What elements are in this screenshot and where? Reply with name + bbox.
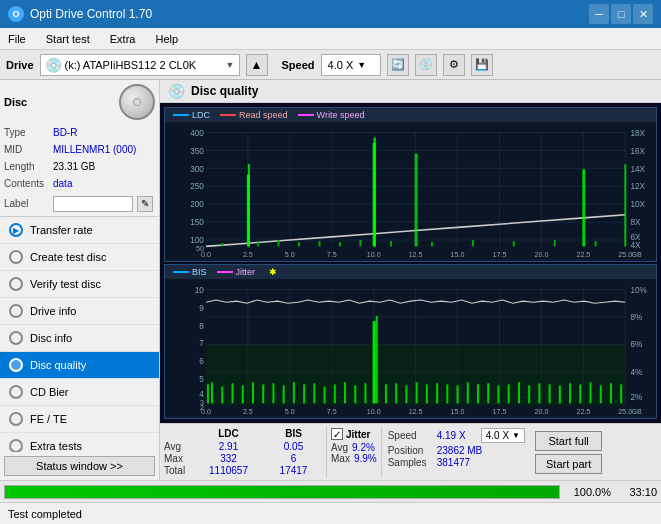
total-row: Total 1110657 17417	[164, 465, 326, 476]
status-window-button[interactable]: Status window >>	[4, 456, 155, 476]
start-full-button[interactable]: Start full	[535, 431, 602, 451]
nav-item-create-test-disc[interactable]: Create test disc	[0, 244, 159, 271]
menu-file[interactable]: File	[4, 32, 30, 46]
menu-starttest[interactable]: Start test	[42, 32, 94, 46]
mid-label: MID	[4, 141, 49, 158]
progress-track	[4, 485, 560, 499]
drive-info-icon	[8, 303, 24, 319]
svg-text:6: 6	[199, 356, 204, 366]
svg-text:250: 250	[190, 181, 204, 191]
legend-write-speed: Write speed	[298, 110, 365, 120]
svg-rect-98	[354, 385, 356, 403]
svg-rect-37	[595, 241, 597, 246]
eject-button[interactable]: ▲	[246, 54, 268, 76]
legend-write-speed-label: Write speed	[317, 110, 365, 120]
nav-item-transfer-rate[interactable]: ▶ Transfer rate	[0, 217, 159, 244]
svg-text:12.5: 12.5	[409, 250, 423, 259]
nav-item-cd-bier[interactable]: CD Bier	[0, 379, 159, 406]
svg-text:400: 400	[190, 128, 204, 138]
maximize-button[interactable]: □	[611, 4, 631, 24]
nav-item-verify-test-disc[interactable]: Verify test disc	[0, 271, 159, 298]
save-button[interactable]: 💾	[471, 54, 493, 76]
label-input[interactable]	[53, 196, 133, 212]
ldc-bis-stats: LDC BIS Avg 2.91 0.05 Max 332 6 Total 11…	[164, 426, 326, 478]
svg-rect-22	[415, 154, 418, 247]
status-text: Test completed	[8, 508, 82, 520]
svg-rect-24	[624, 164, 626, 246]
svg-text:10.0: 10.0	[367, 407, 381, 416]
speed-position-stats: Speed 4.19 X 4.0 X ▼ Position 23862 MB S…	[381, 426, 531, 478]
speed-select[interactable]: 4.0 X ▼	[321, 54, 381, 76]
settings-button[interactable]: ⚙	[443, 54, 465, 76]
menu-extra[interactable]: Extra	[106, 32, 140, 46]
right-panel: 💿 Disc quality LDC Read speed	[160, 80, 661, 480]
disc-info-icon	[8, 330, 24, 346]
svg-text:9: 9	[199, 302, 204, 312]
progress-time: 33:10	[617, 486, 657, 498]
svg-rect-100	[373, 321, 376, 403]
max-label: Max	[164, 453, 196, 464]
progress-fill	[5, 486, 559, 498]
svg-rect-125	[620, 384, 622, 403]
svg-rect-121	[579, 384, 581, 403]
start-buttons: Start full Start part	[531, 426, 606, 478]
disc-icon-btn[interactable]: 💿	[415, 54, 437, 76]
drive-select-value: (k:) ATAPIiHBS112 2 CL0K	[65, 59, 219, 71]
nav-item-drive-info[interactable]: Drive info	[0, 298, 159, 325]
nav-items: ▶ Transfer rate Create test disc Verify …	[0, 217, 159, 452]
start-part-button[interactable]: Start part	[535, 454, 602, 474]
jitter-checkbox[interactable]: ✓	[331, 428, 343, 440]
close-button[interactable]: ✕	[633, 4, 653, 24]
cd-bier-icon	[8, 384, 24, 400]
svg-rect-117	[538, 383, 540, 403]
titlebar-left: O Opti Drive Control 1.70	[8, 6, 152, 22]
refresh-button[interactable]: 🔄	[387, 54, 409, 76]
nav-item-fe-te[interactable]: FE / TE	[0, 406, 159, 433]
disc-icon	[119, 84, 155, 120]
svg-rect-27	[278, 240, 280, 246]
minimize-button[interactable]: ─	[589, 4, 609, 24]
svg-text:2%: 2%	[630, 392, 642, 402]
contents-value: data	[53, 175, 72, 192]
svg-rect-112	[487, 383, 489, 403]
nav-label-verify-test-disc: Verify test disc	[30, 278, 101, 290]
jitter-avg-label: Avg	[331, 442, 348, 453]
svg-text:10.0: 10.0	[367, 250, 381, 259]
position-value: 23862 MB	[437, 445, 483, 456]
svg-text:10%: 10%	[630, 285, 647, 295]
app-title: Opti Drive Control 1.70	[30, 7, 152, 21]
speed-dropdown[interactable]: 4.0 X ▼	[481, 428, 525, 443]
nav-label-disc-quality: Disc quality	[30, 359, 86, 371]
nav-label-fe-te: FE / TE	[30, 413, 67, 425]
stats-bar: LDC BIS Avg 2.91 0.05 Max 332 6 Total 11…	[160, 423, 661, 480]
label-edit-button[interactable]: ✎	[137, 196, 153, 212]
nav-item-extra-tests[interactable]: Extra tests	[0, 433, 159, 452]
ldc-col-header: LDC	[196, 428, 261, 439]
speed-stat-value: 4.19 X	[437, 430, 477, 441]
avg-label: Avg	[164, 441, 196, 452]
svg-text:0.0: 0.0	[201, 407, 211, 416]
svg-text:5.0: 5.0	[285, 407, 295, 416]
svg-rect-29	[318, 241, 320, 246]
svg-rect-89	[262, 384, 264, 403]
samples-row: Samples 381477	[388, 457, 525, 468]
svg-rect-109	[457, 385, 459, 403]
svg-rect-32	[390, 241, 392, 246]
svg-rect-116	[528, 385, 530, 403]
svg-rect-111	[477, 384, 479, 403]
nav-item-disc-info[interactable]: Disc info	[0, 325, 159, 352]
legend-bis: BIS	[173, 267, 207, 277]
svg-text:6%: 6%	[630, 339, 642, 349]
svg-text:17.5: 17.5	[493, 407, 507, 416]
menu-help[interactable]: Help	[151, 32, 182, 46]
svg-text:12X: 12X	[630, 181, 645, 191]
ldc-chart: LDC Read speed Write speed	[164, 107, 657, 262]
jitter-label: Jitter	[346, 429, 370, 440]
svg-text:10: 10	[195, 285, 204, 295]
drive-select[interactable]: 💿 (k:) ATAPIiHBS112 2 CL0K ▼	[40, 54, 240, 76]
nav-item-disc-quality[interactable]: Disc quality	[0, 352, 159, 379]
legend-ldc-label: LDC	[192, 110, 210, 120]
disc-contents-row: Contents data	[4, 175, 155, 192]
legend-jitter-label: Jitter	[236, 267, 256, 277]
svg-rect-113	[497, 385, 499, 403]
